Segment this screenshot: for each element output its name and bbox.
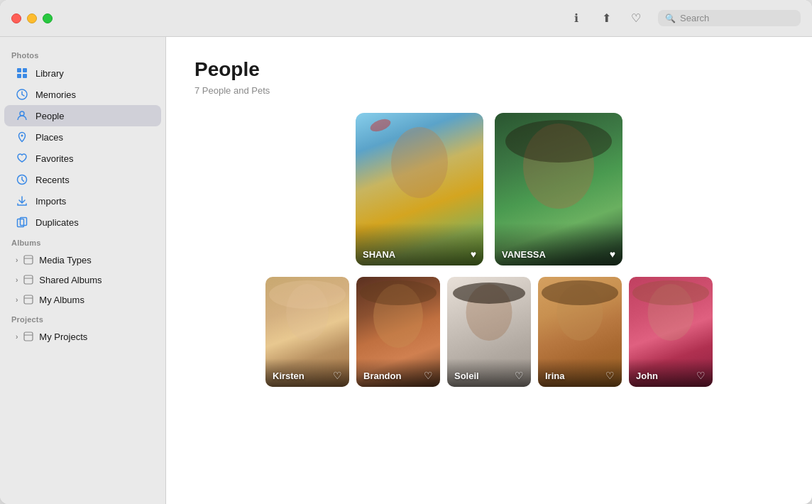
person-name-irina: Irina: [545, 371, 564, 381]
person-card-brandon[interactable]: Brandon ♡: [356, 277, 440, 387]
person-card-kirsten[interactable]: Kirsten ♡: [265, 277, 349, 387]
search-input[interactable]: [680, 13, 794, 23]
sidebar-item-library[interactable]: Library: [4, 62, 161, 84]
duplicates-label: Duplicates: [35, 217, 79, 228]
people-grid-top: SHANA ♥ VANESSA ♥: [194, 113, 784, 265]
search-icon: 🔍: [665, 13, 676, 23]
favorites-icon: [16, 152, 28, 165]
svg-rect-3: [23, 74, 27, 78]
titlebar: ℹ ⬆ ♡ 🔍: [0, 0, 812, 37]
person-heart-kirsten[interactable]: ♡: [333, 370, 342, 381]
my-projects-label: My Projects: [39, 332, 87, 342]
sidebar-item-memories[interactable]: Memories: [4, 84, 161, 105]
memories-label: Memories: [35, 89, 76, 100]
person-name-shana: SHANA: [363, 249, 395, 260]
person-name-brandon: Brandon: [363, 371, 401, 381]
library-label: Library: [35, 68, 64, 79]
chevron-icon-3: ›: [16, 296, 18, 304]
svg-rect-10: [24, 256, 33, 264]
imports-label: Imports: [35, 196, 66, 207]
close-button[interactable]: [11, 13, 21, 23]
person-card-vanessa[interactable]: VANESSA ♥: [495, 113, 622, 265]
person-heart-vanessa[interactable]: ♥: [610, 248, 615, 260]
shared-albums-icon: [22, 273, 35, 286]
svg-point-5: [20, 111, 24, 116]
sidebar-item-duplicates[interactable]: Duplicates: [4, 212, 161, 233]
person-name-vanessa: VANESSA: [502, 249, 546, 260]
maximize-button[interactable]: [43, 13, 53, 23]
memories-icon: [16, 88, 28, 101]
my-albums-icon: [22, 293, 35, 306]
page-title: People: [194, 58, 784, 81]
svg-rect-13: [24, 332, 33, 341]
sidebar-item-favorites[interactable]: Favorites: [4, 148, 161, 169]
people-icon: [16, 109, 28, 122]
person-card-shana[interactable]: SHANA ♥: [356, 113, 483, 265]
traffic-lights: [11, 13, 53, 23]
svg-rect-11: [24, 275, 33, 284]
sidebar-item-recents[interactable]: Recents: [4, 169, 161, 190]
heart-icon[interactable]: ♡: [628, 11, 644, 26]
media-types-label: Media Types: [39, 255, 91, 265]
svg-rect-0: [17, 68, 21, 72]
person-heart-irina[interactable]: ♡: [605, 370, 615, 381]
recents-icon: [16, 173, 28, 186]
sidebar-item-shared-albums[interactable]: › Shared Albums: [4, 270, 161, 290]
person-card-soleil[interactable]: Soleil ♡: [447, 277, 531, 387]
sidebar-item-my-albums[interactable]: › My Albums: [4, 290, 161, 309]
sidebar-section-photos: Photos: [0, 45, 165, 62]
person-name-john: John: [636, 371, 658, 381]
library-icon: [16, 67, 28, 80]
sidebar-item-media-types[interactable]: › Media Types: [4, 250, 161, 270]
places-label: Places: [35, 132, 63, 143]
svg-point-6: [21, 135, 23, 137]
sidebar-item-imports[interactable]: Imports: [4, 190, 161, 212]
chevron-icon-4: ›: [16, 333, 18, 341]
chevron-icon: ›: [16, 256, 18, 264]
person-name-soleil: Soleil: [454, 371, 479, 381]
person-heart-john[interactable]: ♡: [696, 370, 706, 381]
svg-rect-12: [24, 295, 33, 304]
imports-icon: [16, 195, 28, 207]
shared-albums-label: Shared Albums: [39, 275, 102, 285]
media-types-icon: [22, 253, 35, 266]
person-card-john[interactable]: John ♡: [629, 277, 713, 387]
page-subtitle: 7 People and Pets: [194, 85, 784, 96]
sidebar: Photos Library: [0, 37, 166, 504]
sidebar-section-projects: Projects: [0, 309, 165, 327]
places-icon: [16, 131, 28, 143]
my-projects-icon: [22, 330, 35, 343]
my-albums-label: My Albums: [39, 295, 84, 305]
duplicates-icon: [16, 216, 28, 229]
info-icon[interactable]: ℹ: [569, 11, 584, 26]
svg-rect-1: [23, 68, 27, 72]
main-layout: Photos Library: [0, 37, 812, 504]
content-area: People 7 People and Pets SHANA ♥ V: [166, 37, 812, 504]
person-card-irina[interactable]: Irina ♡: [538, 277, 622, 387]
recents-label: Recents: [35, 175, 70, 185]
person-name-kirsten: Kirsten: [273, 371, 304, 381]
search-bar[interactable]: 🔍: [658, 10, 801, 26]
sidebar-section-albums: Albums: [0, 233, 165, 250]
sidebar-item-places[interactable]: Places: [4, 126, 161, 148]
person-heart-brandon[interactable]: ♡: [424, 370, 433, 381]
sidebar-item-people[interactable]: People: [4, 105, 161, 126]
chevron-icon-2: ›: [16, 276, 18, 284]
person-heart-shana[interactable]: ♥: [471, 248, 476, 260]
people-label: People: [35, 111, 64, 121]
favorites-label: Favorites: [35, 153, 73, 164]
titlebar-actions: ℹ ⬆ ♡ 🔍: [569, 10, 801, 26]
svg-rect-2: [17, 74, 21, 78]
people-grid-bottom: Kirsten ♡ Brandon ♡ Soleil ♡: [194, 277, 784, 387]
minimize-button[interactable]: [27, 13, 37, 23]
app-window: ℹ ⬆ ♡ 🔍 Photos: [0, 0, 812, 504]
sidebar-item-my-projects[interactable]: › My Projects: [4, 327, 161, 346]
share-icon[interactable]: ⬆: [598, 11, 614, 26]
person-heart-soleil[interactable]: ♡: [515, 370, 524, 381]
